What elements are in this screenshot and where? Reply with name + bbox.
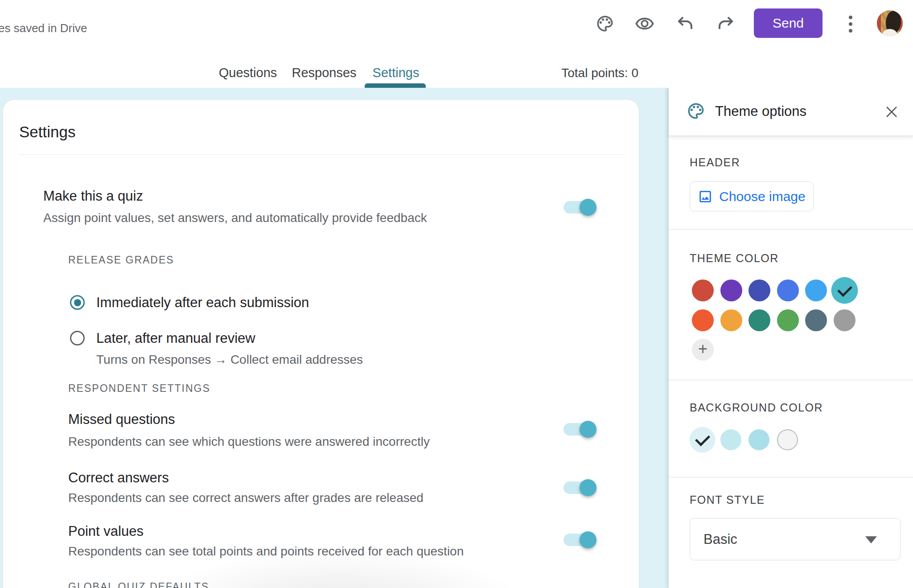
correct-answers-subtitle: Respondents can see correct answers afte… — [68, 490, 424, 506]
background-color-swatch[interactable] — [690, 427, 716, 453]
global-quiz-defaults-label: GLOBAL QUIZ DEFAULTS — [68, 581, 209, 588]
radio-later-helper: Turns on Responses → Collect email addre… — [96, 352, 363, 367]
background-color-swatch[interactable] — [777, 429, 798, 450]
theme-color-swatch[interactable] — [805, 280, 827, 301]
redo-button[interactable] — [714, 12, 737, 36]
font-style-label: FONT STYLE — [690, 493, 765, 506]
dot — [849, 16, 852, 19]
scroll-shadow — [156, 550, 522, 588]
theme-color-swatch[interactable] — [831, 277, 858, 304]
font-style-dropdown[interactable]: Basic — [690, 518, 901, 560]
total-points-label: Total points: 0 — [561, 66, 638, 80]
theme-color-swatches — [692, 280, 855, 331]
background-color-swatch[interactable] — [720, 429, 741, 450]
theme-color-swatch[interactable] — [692, 309, 714, 331]
settings-card: Settings Make this a quiz Assign point v… — [3, 99, 639, 588]
add-custom-color-button[interactable]: + — [692, 339, 714, 361]
theme-panel-title: Theme options — [715, 103, 806, 119]
choose-image-label: Choose image — [719, 189, 805, 204]
choose-image-button[interactable]: Choose image — [690, 181, 814, 211]
theme-panel-header: Theme options — [669, 87, 913, 136]
account-avatar[interactable] — [877, 10, 903, 36]
google-forms-settings-screen: es saved in Drive — [0, 0, 913, 588]
chevron-down-icon — [865, 536, 877, 543]
quiz-toggle[interactable] — [563, 201, 595, 214]
tab-questions[interactable]: Questions — [216, 65, 280, 81]
active-tab-indicator — [365, 83, 426, 88]
radio-immediately[interactable] — [70, 295, 85, 310]
undo-icon — [676, 14, 695, 34]
eye-icon — [635, 14, 654, 35]
theme-color-swatch[interactable] — [805, 309, 827, 331]
save-status-text: es saved in Drive — [0, 21, 87, 35]
divider — [669, 229, 913, 230]
header-section-label: HEADER — [690, 156, 740, 169]
theme-options-panel: Theme options HEADER Choose image THEME … — [669, 87, 913, 588]
tab-responses[interactable]: Responses — [289, 65, 359, 81]
redo-icon — [716, 14, 735, 34]
palette-icon — [687, 102, 705, 122]
undo-button[interactable] — [674, 12, 697, 36]
image-icon — [698, 189, 713, 204]
theme-color-swatch[interactable] — [720, 280, 742, 301]
top-toolbar: es saved in Drive — [0, 0, 913, 88]
send-button[interactable]: Send — [754, 8, 823, 38]
divider — [669, 380, 913, 380]
missed-questions-toggle[interactable] — [563, 423, 595, 436]
theme-color-swatch[interactable] — [777, 309, 799, 331]
dot — [849, 22, 852, 26]
background-color-label: BACKGROUND COLOR — [690, 401, 823, 414]
toggle-knob — [580, 421, 596, 438]
missed-questions-title: Missed questions — [68, 411, 175, 428]
missed-questions-subtitle: Respondents can see which questions were… — [68, 434, 430, 449]
divider — [19, 154, 623, 155]
check-icon — [837, 282, 852, 297]
theme-color-swatch[interactable] — [720, 309, 742, 331]
tab-settings[interactable]: Settings — [370, 65, 422, 81]
avatar-decor — [877, 10, 881, 36]
theme-color-swatch[interactable] — [748, 309, 770, 331]
more-options-button[interactable] — [841, 12, 860, 37]
correct-answers-toggle[interactable] — [563, 481, 595, 494]
correct-answers-title: Correct answers — [68, 469, 169, 487]
customize-theme-button[interactable] — [593, 12, 617, 36]
check-icon — [695, 431, 710, 446]
theme-color-swatch[interactable] — [777, 280, 799, 301]
settings-title: Settings — [19, 123, 75, 141]
palette-icon — [596, 14, 614, 34]
theme-color-label: THEME COLOR — [690, 252, 779, 265]
toggle-knob — [580, 531, 596, 548]
theme-color-swatch[interactable] — [748, 280, 770, 301]
preview-button[interactable] — [633, 12, 656, 36]
font-style-value: Basic — [703, 531, 737, 547]
theme-color-swatch[interactable] — [834, 309, 855, 331]
quiz-toggle-title: Make this a quiz — [43, 187, 143, 205]
background-color-swatch[interactable] — [748, 429, 769, 450]
point-values-title: Point values — [68, 522, 144, 540]
close-theme-panel-button[interactable] — [883, 103, 901, 121]
background-color-swatches — [692, 429, 798, 450]
radio-later[interactable] — [70, 331, 85, 345]
radio-immediately-label[interactable]: Immediately after each submission — [96, 294, 309, 312]
divider — [669, 477, 913, 477]
radio-later-label[interactable]: Later, after manual review — [96, 329, 255, 347]
release-grades-label: RELEASE GRADES — [68, 254, 174, 266]
point-values-toggle[interactable] — [563, 534, 595, 546]
respondent-settings-label: RESPONDENT SETTINGS — [68, 382, 210, 395]
dot — [849, 29, 852, 33]
quiz-toggle-subtitle: Assign point values, set answers, and au… — [43, 210, 427, 226]
close-icon — [884, 104, 899, 121]
theme-color-swatch[interactable] — [692, 280, 714, 301]
toggle-knob — [580, 199, 596, 216]
toggle-knob — [580, 479, 596, 496]
